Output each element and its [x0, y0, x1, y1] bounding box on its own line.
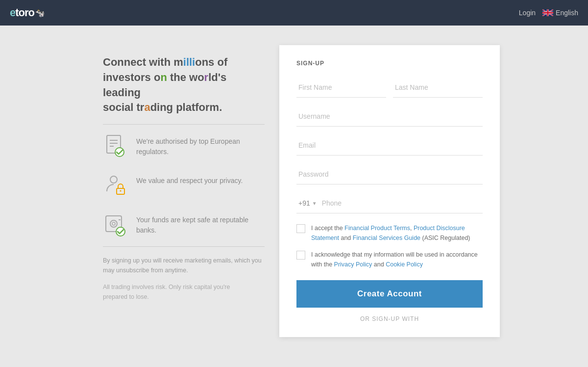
checkbox-group: I accept the Financial Product Terms, Pr… [296, 223, 483, 269]
first-name-input[interactable] [296, 78, 386, 98]
feature-item-funds: Your funds are kept safe at reputable ba… [103, 212, 265, 237]
header: etoro🐄 Login English [0, 0, 588, 26]
terms-checkbox-item: I accept the Financial Product Terms, Pr… [296, 223, 483, 243]
form-card: SIGN-UP +91 [279, 45, 500, 337]
feature-item-privacy: We value and respect your privacy. [103, 173, 265, 198]
name-row [296, 78, 483, 98]
svg-point-17 [112, 222, 115, 225]
language-label: English [556, 9, 578, 17]
username-input[interactable] [296, 106, 483, 127]
feature-list: We're authorised by top European regulat… [103, 133, 265, 237]
privacy-icon [103, 173, 128, 198]
language-selector[interactable]: English [542, 9, 578, 17]
feature-item-regulators: We're authorised by top European regulat… [103, 133, 265, 159]
create-account-button[interactable]: Create Account [296, 280, 483, 308]
terms-text: I accept the Financial Product Terms, Pr… [311, 223, 483, 243]
logo-toro: toro [15, 6, 34, 19]
signup-label: SIGN-UP [296, 60, 483, 67]
header-right: Login English [519, 9, 578, 17]
privacy-checkbox[interactable] [296, 251, 305, 260]
risk-note: All trading involves risk. Only risk cap… [103, 282, 265, 302]
phone-row: +91 ▼ [296, 193, 483, 213]
safe-icon [103, 212, 128, 237]
financial-services-guide-link[interactable]: Financial Services Guide [353, 235, 420, 241]
email-input[interactable] [296, 135, 483, 156]
headline: Connect with millions of investors on th… [103, 55, 265, 115]
phone-code-selector[interactable]: +91 ▼ [296, 193, 320, 213]
svg-point-16 [110, 220, 117, 227]
logo: etoro🐄 [10, 6, 45, 19]
divider-bottom [103, 246, 265, 247]
password-group [296, 164, 483, 184]
username-group [296, 106, 483, 127]
privacy-policy-link[interactable]: Privacy Policy [334, 261, 372, 268]
feature-text-funds: Your funds are kept safe at reputable ba… [136, 212, 265, 236]
logo-e: e [10, 6, 15, 19]
marketing-note: By signing up you will receive marketing… [103, 256, 265, 275]
cookie-policy-link[interactable]: Cookie Policy [386, 261, 423, 268]
phone-code-value: +91 [298, 199, 310, 207]
privacy-text: I acknowledge that my information will b… [311, 250, 483, 269]
first-name-group [296, 78, 386, 98]
login-link[interactable]: Login [519, 9, 536, 17]
svg-rect-6 [542, 12, 553, 14]
phone-code-dropdown-icon: ▼ [312, 201, 317, 206]
last-name-input[interactable] [393, 78, 483, 98]
divider-top [103, 124, 265, 125]
risk-text-start: All trading involves risk. Only risk cap… [103, 284, 230, 300]
svg-point-14 [120, 190, 122, 192]
password-input[interactable] [296, 164, 483, 184]
left-panel: Connect with millions of investors on th… [88, 45, 279, 337]
last-name-group [393, 78, 483, 98]
main-content: Connect with millions of investors on th… [0, 26, 588, 357]
svg-point-12 [110, 176, 117, 183]
financial-product-terms-link[interactable]: Financial Product Terms [344, 225, 410, 232]
phone-input[interactable] [320, 193, 483, 213]
feature-text-privacy: We value and respect your privacy. [136, 173, 243, 186]
logo-bull-icon: 🐄 [35, 8, 45, 18]
document-check-icon [103, 133, 128, 159]
feature-text-regulators: We're authorised by top European regulat… [136, 133, 265, 157]
flag-icon [542, 9, 553, 16]
email-group [296, 135, 483, 156]
privacy-checkbox-item: I acknowledge that my information will b… [296, 250, 483, 269]
or-signup-label: OR SIGN-UP WITH [296, 315, 483, 322]
terms-checkbox[interactable] [296, 224, 305, 233]
